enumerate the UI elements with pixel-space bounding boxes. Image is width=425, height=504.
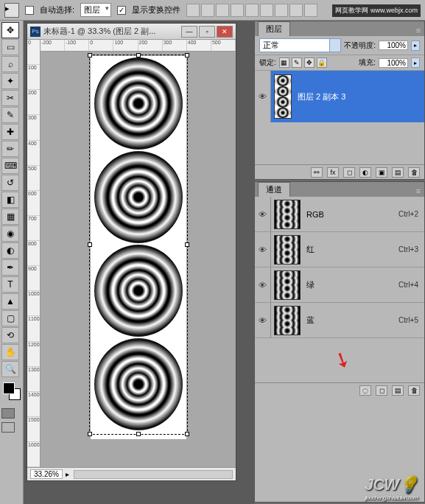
channel-list[interactable]: 👁 RGB Ctrl+2 👁 红 Ctrl+3 👁 绿	[255, 197, 424, 338]
crop-tool-icon[interactable]: ✂	[1, 90, 19, 106]
layer-row[interactable]: 👁 图层 2 副本 3	[255, 71, 424, 122]
channel-thumbnail[interactable]	[274, 306, 301, 335]
canvas[interactable]	[91, 56, 186, 439]
align-icon[interactable]	[231, 4, 244, 17]
wand-tool-icon[interactable]: ✦	[1, 73, 19, 89]
blend-mode-dropdown[interactable]: 正常	[259, 38, 341, 52]
delete-channel-icon[interactable]: 🗑	[408, 385, 420, 396]
hand-tool-icon[interactable]: ✋	[1, 344, 19, 360]
lock-transparency-icon[interactable]: ▦	[279, 57, 289, 68]
layer-mask-icon[interactable]: ◻	[343, 167, 355, 178]
lock-position-icon[interactable]: ✥	[304, 57, 315, 68]
pen-tool-icon[interactable]: ✒	[1, 259, 19, 276]
layers-tab[interactable]: 图层	[258, 21, 290, 36]
quick-mask-icon[interactable]	[1, 408, 15, 419]
align-icon[interactable]	[260, 4, 273, 17]
eyedropper-tool-icon[interactable]: ✎	[1, 107, 19, 123]
opacity-flyout-icon[interactable]: ▸	[411, 41, 420, 51]
toolbox: ✥ ▭ ⌕ ✦ ✂ ✎ ✚ ✏ ⌨ ↺ ◧ ▦ ◉ ◐ ✒ T ▲ ▢ ⟲ ✋ …	[0, 21, 24, 504]
gradient-tool-icon[interactable]: ▦	[1, 209, 19, 225]
dodge-tool-icon[interactable]: ◐	[1, 242, 19, 259]
channels-empty-area: ➘	[255, 338, 424, 382]
document-status-bar: 33.26% ▸	[27, 467, 236, 480]
tool-preset-icon[interactable]: ▸	[4, 3, 19, 18]
auto-select-target-dropdown[interactable]: 图层	[80, 3, 111, 17]
marquee-tool-icon[interactable]: ▭	[1, 39, 19, 55]
lock-pixels-icon[interactable]: ✎	[292, 57, 302, 68]
type-tool-icon[interactable]: T	[1, 276, 19, 293]
healing-tool-icon[interactable]: ✚	[1, 124, 19, 140]
channel-row[interactable]: 👁 RGB Ctrl+2	[255, 197, 424, 232]
layer-name[interactable]: 图层 2 副本 3	[295, 91, 345, 102]
document-titlebar[interactable]: Ps 未标题-1 @ 33.3% (图层 2 副... — ▫ ✕	[27, 24, 236, 40]
auto-select-checkbox[interactable]	[25, 6, 34, 15]
visibility-toggle-icon[interactable]: 👁	[255, 303, 271, 337]
history-brush-icon[interactable]: ↺	[1, 175, 19, 191]
eraser-tool-icon[interactable]: ◧	[1, 192, 19, 208]
shape-tool-icon[interactable]: ▢	[1, 310, 19, 326]
visibility-toggle-icon[interactable]: 👁	[255, 71, 271, 122]
channel-shortcut: Ctrl+5	[398, 316, 424, 324]
align-icon[interactable]	[304, 4, 317, 17]
delete-layer-icon[interactable]: 🗑	[408, 167, 420, 178]
align-icon-group	[186, 4, 317, 17]
channel-thumbnail[interactable]	[274, 270, 301, 300]
status-arrow-icon[interactable]: ▸	[66, 470, 69, 478]
visibility-toggle-icon[interactable]: 👁	[255, 267, 271, 302]
layer-thumbnail[interactable]	[274, 74, 292, 119]
visibility-toggle-icon[interactable]: 👁	[255, 197, 271, 231]
align-icon[interactable]	[289, 4, 303, 17]
canvas-area[interactable]	[41, 52, 236, 467]
layer-group-icon[interactable]: ▣	[376, 167, 387, 178]
options-bar: ▸ 自动选择: 图层 显示变换控件 网页教学网 www.webjx.com	[0, 0, 425, 21]
annotation-arrow-icon: ➘	[329, 346, 355, 375]
lock-all-icon[interactable]: 🔒	[317, 57, 327, 68]
layer-list[interactable]: 👁 图层 2 副本 3	[255, 71, 424, 164]
align-icon[interactable]	[186, 4, 200, 17]
channels-tab[interactable]: 通道	[258, 182, 290, 197]
close-button[interactable]: ✕	[217, 26, 233, 38]
brush-tool-icon[interactable]: ✏	[1, 141, 19, 157]
stamp-tool-icon[interactable]: ⌨	[1, 158, 19, 174]
load-selection-icon[interactable]: ◌	[359, 385, 371, 396]
new-layer-icon[interactable]: ▤	[392, 167, 404, 178]
foreground-color-swatch[interactable]	[3, 382, 15, 394]
panel-menu-icon[interactable]: ≡	[412, 185, 424, 197]
zoom-tool-icon[interactable]: 🔍	[1, 361, 19, 377]
channel-row[interactable]: 👁 蓝 Ctrl+5	[255, 303, 424, 338]
zoom-level[interactable]: 33.26%	[30, 469, 63, 479]
channel-thumbnail[interactable]	[274, 235, 301, 265]
link-layers-icon[interactable]: ⚯	[311, 167, 323, 178]
align-icon[interactable]	[275, 4, 288, 17]
opacity-input[interactable]: 100%	[379, 41, 408, 50]
adjustment-layer-icon[interactable]: ◐	[359, 167, 371, 178]
channel-thumbnail[interactable]	[274, 200, 301, 229]
document-window: Ps 未标题-1 @ 33.3% (图层 2 副... — ▫ ✕ 010020…	[27, 23, 236, 481]
save-selection-icon[interactable]: ◻	[376, 385, 387, 396]
panel-menu-icon[interactable]: ≡	[412, 24, 424, 36]
align-icon[interactable]	[245, 4, 259, 17]
minimize-button[interactable]: —	[181, 26, 197, 38]
new-channel-icon[interactable]: ▤	[392, 385, 404, 396]
channel-name: 红	[303, 244, 398, 255]
lasso-tool-icon[interactable]: ⌕	[1, 56, 19, 72]
show-transform-checkbox[interactable]	[117, 6, 126, 15]
align-icon[interactable]	[201, 4, 214, 17]
horizontal-scrollbar[interactable]	[74, 470, 233, 479]
channel-row[interactable]: 👁 绿 Ctrl+4	[255, 267, 424, 303]
screen-mode-icon[interactable]	[1, 422, 15, 433]
path-select-icon[interactable]: ▲	[1, 293, 19, 309]
color-swatches[interactable]	[1, 381, 21, 405]
layer-style-icon[interactable]: fx	[327, 167, 339, 178]
lock-label: 锁定:	[259, 57, 276, 68]
blur-tool-icon[interactable]: ◉	[1, 225, 19, 242]
align-icon[interactable]	[216, 4, 229, 17]
3d-tool-icon[interactable]: ⟲	[1, 327, 19, 343]
fill-flyout-icon[interactable]: ▸	[411, 57, 420, 68]
channel-row[interactable]: 👁 红 Ctrl+3	[255, 232, 424, 267]
maximize-button[interactable]: ▫	[199, 26, 215, 38]
move-tool-icon[interactable]: ✥	[1, 22, 19, 38]
fill-input[interactable]: 100%	[379, 58, 408, 68]
document-title: 未标题-1 @ 33.3% (图层 2 副...	[41, 26, 181, 37]
visibility-toggle-icon[interactable]: 👁	[255, 232, 271, 267]
